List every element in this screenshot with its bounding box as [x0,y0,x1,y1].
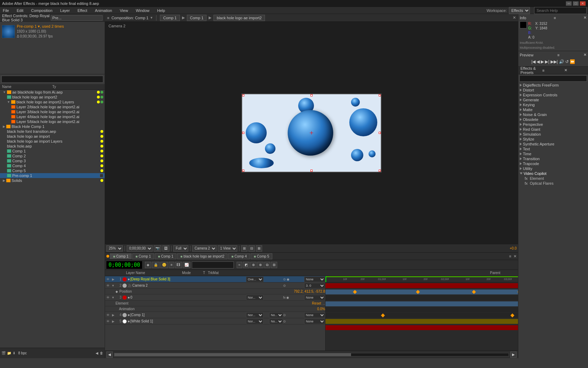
list-item[interactable]: Layer 4/black hole logo ae import2.ai [0,114,105,119]
project-search-input[interactable] [1,76,103,83]
effect-group-trapcode[interactable]: Trapcode [518,161,588,166]
effect-group-perspective[interactable]: Perspective [518,122,588,127]
layer-bar-1[interactable] [326,283,518,288]
list-item[interactable]: ▶ Solids [0,178,105,183]
menu-edit[interactable]: Edit [15,8,25,13]
color-depth-select[interactable]: Full [173,245,188,252]
effect-group-generate[interactable]: Generate [518,97,588,102]
timeline-tab-comp1c[interactable]: ■ Comp 1 [155,253,176,259]
tl-mode3[interactable]: ⊕ [250,262,257,268]
tl-mode6[interactable]: ⊞ [271,262,277,268]
tl-nav-right[interactable]: ▶ [510,352,517,358]
layer-parent-2[interactable]: 3. 0 [304,283,325,288]
menu-animation[interactable]: Animation [93,8,113,13]
layer-expand-4[interactable]: ▶ [111,313,115,317]
timeline-tab-comp5[interactable]: ■ Comp 5 [251,253,272,259]
element-reset[interactable]: Reset [312,301,321,305]
layer-expand-3[interactable]: ▼ [111,296,115,299]
effect-controls-tab[interactable]: Pre... [51,15,103,21]
timeline-tab-comp1b[interactable]: ■ Comp 1 [132,253,154,259]
menu-window[interactable]: Window [134,8,151,13]
bpc-indicator[interactable]: 8 bpc [18,351,27,355]
tl-collapse-button[interactable]: ≡ [169,262,174,268]
layer-row-animation[interactable]: Animation 0.0% [105,306,325,312]
layer-mode-5[interactable]: Nor... [246,319,264,324]
layer-row-position[interactable]: ◆ Position 792.2, 412.5, -572.8 [105,289,325,294]
tl-nav-left[interactable]: ◀ [106,352,113,358]
close-button[interactable]: ✕ [580,1,586,6]
layer-s5[interactable]: ⊙ [283,320,286,323]
list-item[interactable]: Comp 3 [0,158,105,163]
list-item[interactable]: Comp 2 [0,154,105,158]
effect-subitem-element[interactable]: fx Element [518,176,588,181]
show-snapshot-button[interactable]: 🖼 [162,245,169,252]
effect-group-noise[interactable]: Noise & Grain [518,112,588,117]
effect-group-text[interactable]: Text [518,146,588,151]
workspace-select[interactable]: Effects [509,7,530,14]
list-item[interactable]: Comp 4 [0,163,105,168]
list-item[interactable]: black hole logo ae import2 [0,95,105,100]
list-item[interactable]: Layer 2/black hole logo ae import2.ai [0,104,105,109]
effect-group-simulation[interactable]: Simulation [518,132,588,137]
list-item[interactable]: black hole logo ae import [0,134,105,139]
layer-mode-1[interactable]: Ove... [246,277,264,282]
list-item[interactable]: ▼ ae blackhole logo from Ai.aep [0,90,105,95]
list-item[interactable]: Layer 5/black hole logo ae import2.ai [0,119,105,124]
switch-1[interactable]: ⊙ [283,278,286,281]
effect-group-distort[interactable]: Distort [518,88,588,93]
effect-group-keying[interactable]: Keying [518,102,588,107]
menu-composition[interactable]: Composition [30,8,54,13]
layer-bar-5[interactable] [326,325,518,330]
prev-frame-button[interactable]: ◀ [537,59,540,64]
last-frame-button[interactable]: ▶▶| [551,59,558,64]
comp-tab-blackhole[interactable]: black hole logo ae import2 [214,15,265,21]
tl-shy-button[interactable]: 😊 [160,262,168,268]
timeline-menu[interactable]: ≡ [509,254,511,258]
timeline-tab-comp4[interactable]: ■ Comp 4 [228,253,250,259]
info-menu[interactable]: ≡ [554,16,556,20]
view-select[interactable]: 1 View [218,245,237,252]
layer-expand-1[interactable]: ▶ [111,278,115,281]
layer-bar-3[interactable] [326,301,518,306]
menu-layer[interactable]: Layer [59,8,71,13]
list-item[interactable]: ▼ black hole logo ae import2 Layers [0,100,105,104]
next-frame-button[interactable]: ▶| [545,59,549,64]
layer-row-4[interactable]: 👁 ▶ 4 ■ [Comp 1] Nor... No... ⊙ No [105,312,325,318]
effect-subitem-optical-flares[interactable]: fx Optical Flares [518,181,588,186]
effect-group-matte[interactable]: Matte [518,107,588,112]
timeline-tab-blackhole[interactable]: ■ black hole logo ae import2 [177,253,227,259]
search-help-input[interactable] [534,7,587,14]
effects-search-input[interactable] [519,75,587,82]
effect-group-digieffects[interactable]: Digieffects FreeForm [518,83,588,88]
tl-solo-button[interactable]: ◈ [145,262,151,268]
menu-file[interactable]: File [1,8,10,13]
layer-parent-1[interactable]: None [304,277,325,282]
layer-mode-4[interactable]: Nor... [246,312,264,318]
menu-help[interactable]: Help [156,8,167,13]
list-item-precomp1[interactable]: Pre-comp 1 [0,173,105,178]
transparency-button[interactable]: ⊠ [256,245,262,252]
tl-lock-button[interactable]: 🔒 [152,262,160,268]
layer-vis-3[interactable]: 👁 [105,294,111,300]
layer-row-element[interactable]: Element Reset ... [105,301,325,306]
effect-group-obsolete[interactable]: Obsolete [518,117,588,122]
switch-2[interactable]: ◉ [287,278,289,281]
list-item[interactable]: Comp 5 [0,168,105,173]
info-close[interactable]: ✕ [583,15,587,20]
camera-select[interactable]: Camera 2 [192,245,217,252]
grid-button[interactable]: ⊞ [241,245,247,252]
effect-group-stylize[interactable]: Stylize [518,137,588,142]
preview-close[interactable]: ✕ [583,53,587,57]
menu-effect[interactable]: Effect [76,8,89,13]
layer-mode-3[interactable]: Nor... [246,295,264,300]
zoom-select[interactable]: 25% [106,245,123,252]
scrollbar-thumb[interactable] [114,353,351,356]
tl-mode5[interactable]: ⧉ [264,262,270,268]
layer-parent-5[interactable]: None [304,319,325,324]
layer-vis-4[interactable]: 👁 [105,312,111,318]
delete-button[interactable]: 🗑 [100,351,103,355]
loop-button[interactable]: ↺ [565,59,569,64]
tl-graph-button[interactable]: 📈 [183,262,190,268]
audio-button[interactable]: 🔊 [559,59,564,64]
effect-group-expression[interactable]: Expression Controls [518,93,588,97]
